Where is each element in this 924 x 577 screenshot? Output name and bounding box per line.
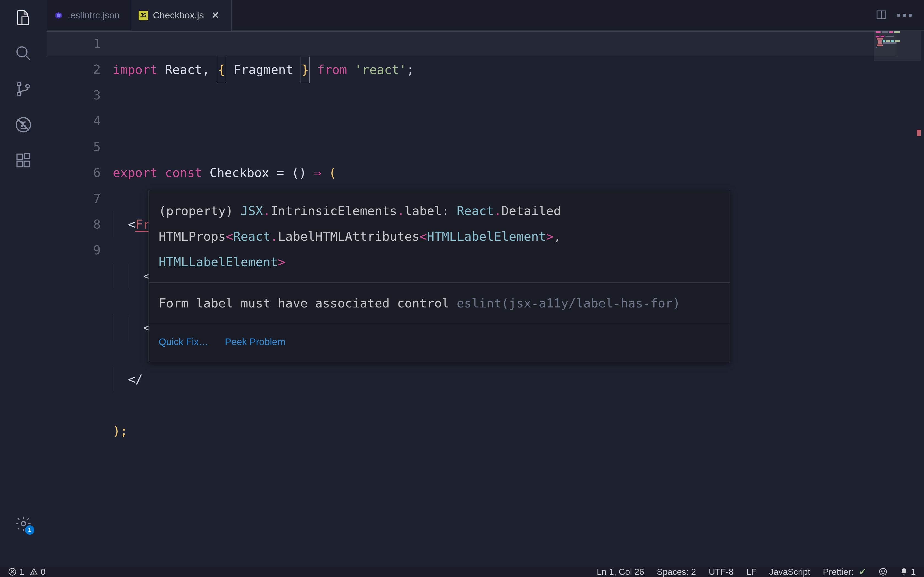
svg-point-11 bbox=[21, 522, 26, 526]
eslint-file-icon bbox=[55, 11, 63, 19]
hover-widget: (property) JSX.IntrinsicElements.label: … bbox=[149, 190, 730, 362]
warning-count: 0 bbox=[41, 567, 46, 577]
svg-point-17 bbox=[880, 569, 887, 575]
close-icon[interactable]: ✕ bbox=[210, 10, 220, 20]
svg-rect-7 bbox=[17, 154, 23, 160]
peek-problem-link[interactable]: Peek Problem bbox=[225, 329, 286, 355]
tab-label: Checkbox.js bbox=[153, 10, 204, 21]
tabs-row: .eslintrc.json JS Checkbox.js ✕ ••• bbox=[47, 0, 924, 31]
svg-point-3 bbox=[26, 84, 29, 88]
status-warnings[interactable]: 0 bbox=[30, 567, 46, 577]
settings-gear-icon[interactable]: 1 bbox=[13, 514, 33, 533]
svg-rect-10 bbox=[25, 153, 30, 158]
svg-point-2 bbox=[17, 92, 21, 96]
svg-point-18 bbox=[882, 571, 882, 572]
search-icon[interactable] bbox=[13, 44, 33, 63]
editor-group: .eslintrc.json JS Checkbox.js ✕ ••• 1 bbox=[47, 0, 924, 547]
js-file-icon: JS bbox=[139, 11, 148, 20]
svg-point-16 bbox=[34, 574, 34, 574]
settings-badge: 1 bbox=[25, 525, 34, 535]
status-encoding[interactable]: UTF-8 bbox=[709, 567, 734, 577]
svg-rect-9 bbox=[24, 161, 30, 167]
hover-type-info: (property) JSX.IntrinsicElements.label: … bbox=[149, 190, 730, 282]
source-control-icon[interactable] bbox=[13, 79, 33, 99]
tab-label: .eslintrc.json bbox=[68, 10, 120, 21]
error-count: 1 bbox=[19, 567, 24, 577]
status-eol[interactable]: LF bbox=[746, 567, 756, 577]
gutter: 1 2 3 4 5 6 7 8 9 bbox=[47, 31, 113, 547]
svg-point-19 bbox=[884, 571, 885, 572]
extensions-icon[interactable] bbox=[13, 151, 33, 170]
status-bar: 1 0 Ln 1, Col 26 Spaces: 2 UTF-8 LF Java… bbox=[0, 567, 924, 577]
svg-rect-8 bbox=[17, 161, 23, 167]
explorer-icon[interactable] bbox=[13, 8, 33, 27]
status-feedback-icon[interactable] bbox=[879, 568, 887, 576]
status-notifications[interactable]: 1 bbox=[900, 567, 916, 577]
notification-count: 1 bbox=[911, 567, 916, 577]
split-editor-icon[interactable] bbox=[876, 10, 887, 21]
tab-checkbox[interactable]: JS Checkbox.js ✕ bbox=[131, 0, 231, 31]
editor-actions: ••• bbox=[876, 0, 924, 31]
hover-lint-message: Form label must have associated control … bbox=[149, 282, 730, 324]
status-indentation[interactable]: Spaces: 2 bbox=[657, 567, 696, 577]
status-cursor-position[interactable]: Ln 1, Col 26 bbox=[597, 567, 645, 577]
svg-point-0 bbox=[17, 47, 27, 57]
svg-point-5 bbox=[21, 126, 22, 127]
quick-fix-link[interactable]: Quick Fix… bbox=[159, 329, 208, 355]
tab-eslintrc[interactable]: .eslintrc.json bbox=[47, 0, 131, 31]
svg-point-1 bbox=[17, 82, 21, 86]
status-errors[interactable]: 1 bbox=[8, 567, 24, 577]
debug-icon[interactable] bbox=[13, 115, 33, 135]
check-icon: ✔ bbox=[856, 567, 866, 577]
activity-bar: 1 bbox=[0, 0, 47, 567]
status-formatter[interactable]: Prettier: ✔ bbox=[823, 567, 866, 577]
hover-actions: Quick Fix… Peek Problem bbox=[149, 324, 730, 362]
status-language[interactable]: JavaScript bbox=[769, 567, 810, 577]
more-actions-icon[interactable]: ••• bbox=[897, 8, 914, 22]
